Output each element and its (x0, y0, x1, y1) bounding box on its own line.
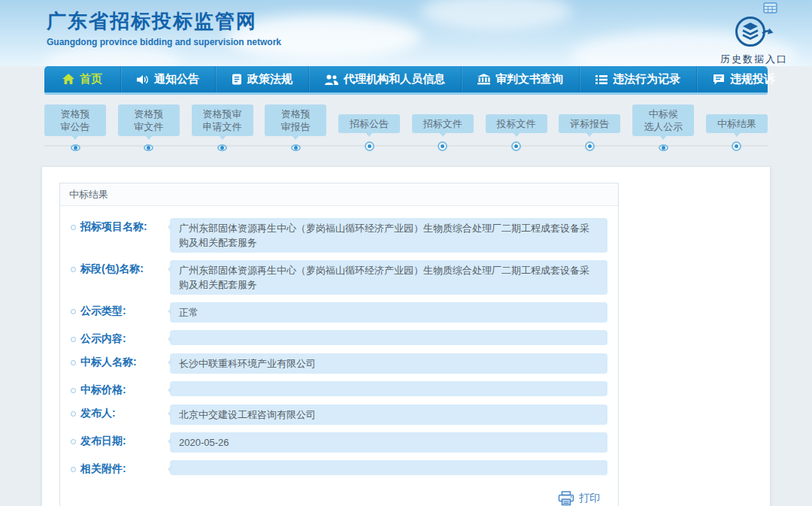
bullet-icon (71, 467, 76, 472)
field-row-attachments: 相关附件: (71, 460, 607, 476)
field-value: 广州东部固体资源再生中心（萝岗福山循环经济产业园）生物质综合处理厂二期工程成套设… (170, 260, 607, 295)
bullet-icon (71, 388, 76, 393)
bubble-pointer (733, 132, 741, 141)
field-label: 标段(包)名称: (71, 260, 170, 276)
process-steps: 资格预 审公告 资格预 审文件 资格预审 申请文件 资格预 审报告 招标公告 (44, 105, 768, 151)
step-label: 投标文件 (486, 114, 547, 133)
history-data-entry[interactable]: 历史数据入口 (720, 15, 788, 66)
step-prequal-document[interactable]: 资格预 审文件 (118, 105, 180, 151)
site-brand: 广东省招标投标监管网 Guangdong province bidding an… (47, 8, 281, 47)
field-row-publisher: 发布人: 北京中交建设工程咨询有限公司 (71, 404, 607, 425)
nav-item-policies[interactable]: 政策法规 (215, 66, 308, 92)
timeline-dot (438, 141, 447, 151)
step-evaluation-report[interactable]: 评标报告 (559, 105, 620, 151)
bullet-icon (71, 411, 76, 417)
site-title: 广东省招标投标监管网 (47, 8, 281, 35)
nav-item-label: 政策法规 (247, 72, 292, 86)
list-icon (595, 74, 607, 85)
field-label: 中标价格: (71, 381, 170, 397)
main-nav: 首页 通知公告 政策法规 代理机构和人员信息 (44, 66, 768, 95)
timeline-dot (365, 141, 374, 151)
field-label-text: 标段(包)名称: (80, 262, 144, 276)
nav-item-judgment-docs[interactable]: 审判文书查询 (461, 66, 579, 92)
field-row-project-name: 招标项目名称: 广州东部固体资源再生中心（萝岗福山循环经济产业园）生物质综合处理… (71, 218, 607, 253)
step-bid-document[interactable]: 投标文件 (486, 105, 547, 151)
timeline-dot (511, 141, 521, 151)
content-container: 中标结果 招标项目名称: 广州东部固体资源再生中心（萝岗福山循环经济产业园）生物… (41, 166, 771, 506)
nav-item-agencies[interactable]: 代理机构和人员信息 (308, 66, 461, 92)
field-row-publicity-type: 公示类型: 正常 (71, 302, 607, 323)
site-subtitle: Guangdong province bidding and supervisi… (47, 37, 281, 47)
bubble-pointer (365, 132, 373, 141)
step-tender-announcement[interactable]: 招标公告 (338, 105, 400, 151)
nav-item-notices[interactable]: 通知公告 (120, 66, 215, 92)
field-label-text: 发布人: (80, 407, 116, 420)
panel-title: 中标结果 (60, 183, 618, 206)
bullet-icon (71, 267, 76, 272)
step-prequal-application[interactable]: 资格预审 申请文件 (192, 105, 253, 151)
award-result-form: 招标项目名称: 广州东部固体资源再生中心（萝岗福山循环经济产业园）生物质综合处理… (60, 206, 618, 506)
timeline-dot (71, 144, 80, 151)
timeline-dot (144, 144, 153, 151)
step-label: 资格预审 申请文件 (192, 105, 253, 136)
print-button[interactable]: 打印 (71, 483, 607, 506)
field-value (170, 460, 607, 475)
field-value (170, 330, 607, 345)
print-button-label: 打印 (579, 492, 600, 505)
page-header: 广东省招标投标监管网 Guangdong province bidding an… (0, 0, 812, 66)
nav-item-complaints[interactable]: 违规投诉 (696, 66, 791, 92)
step-tender-document[interactable]: 招标文件 (412, 105, 474, 151)
nav-item-label: 通知公告 (154, 72, 199, 86)
history-entry-label: 历史数据入口 (720, 53, 788, 66)
bullet-icon (71, 225, 76, 230)
field-label: 公示类型: (71, 302, 170, 318)
step-award-result[interactable]: 中标结果 (706, 105, 768, 151)
nav-item-label: 代理机构和人员信息 (344, 72, 445, 86)
step-label: 招标文件 (412, 114, 474, 133)
step-label: 资格预 审报告 (265, 105, 326, 136)
field-label: 招标项目名称: (71, 218, 170, 234)
step-label: 资格预 审公告 (44, 105, 106, 136)
field-value (170, 381, 607, 396)
step-prequal-report[interactable]: 资格预 审报告 (265, 105, 326, 151)
cloud-decoration (45, 45, 180, 66)
bubble-pointer (586, 132, 593, 141)
cloud-decoration (421, 0, 571, 30)
field-label: 发布日期: (71, 432, 170, 448)
field-value: 长沙中联重科环境产业有限公司 (170, 353, 607, 374)
nav-item-home[interactable]: 首页 (44, 66, 120, 92)
field-label: 中标人名称: (71, 353, 170, 369)
bullet-icon (71, 337, 76, 342)
timeline-dot (291, 144, 301, 151)
field-label-text: 相关附件: (80, 462, 126, 476)
bubble-pointer (145, 135, 153, 144)
field-row-publicity-content: 公示内容: (71, 330, 607, 346)
bubble-pointer (219, 135, 226, 144)
step-label: 中标候 选人公示 (632, 105, 694, 136)
nav-item-label: 审判文书查询 (495, 72, 563, 86)
timeline-dot (585, 141, 595, 151)
step-label: 中标结果 (706, 114, 768, 133)
layers-circle-arrow-icon (732, 15, 776, 48)
people-icon (325, 74, 338, 85)
bubble-pointer (513, 132, 520, 141)
step-label: 资格预 审文件 (118, 105, 180, 136)
timeline-dot (659, 144, 668, 151)
step-candidate-publicity[interactable]: 中标候 选人公示 (632, 105, 694, 151)
step-prequal-announcement[interactable]: 资格预 审公告 (44, 105, 106, 151)
bullet-icon (71, 360, 76, 365)
award-result-panel: 中标结果 招标项目名称: 广州东部固体资源再生中心（萝岗福山循环经济产业园）生物… (59, 183, 619, 506)
field-label: 相关附件: (71, 460, 170, 476)
field-row-section-name: 标段(包)名称: 广州东部固体资源再生中心（萝岗福山循环经济产业园）生物质综合处… (71, 260, 607, 295)
speaker-icon (137, 74, 149, 85)
bullet-icon (71, 439, 76, 444)
nav-item-label: 首页 (80, 72, 102, 86)
bullet-icon (71, 309, 76, 314)
timeline-dot (732, 141, 741, 151)
printer-icon (558, 491, 574, 506)
timeline-dot (217, 144, 227, 151)
step-label: 招标公告 (338, 114, 400, 133)
bubble-pointer (71, 135, 79, 144)
nav-item-violation-records[interactable]: 违法行为记录 (579, 66, 696, 92)
field-label: 公示内容: (71, 330, 170, 346)
